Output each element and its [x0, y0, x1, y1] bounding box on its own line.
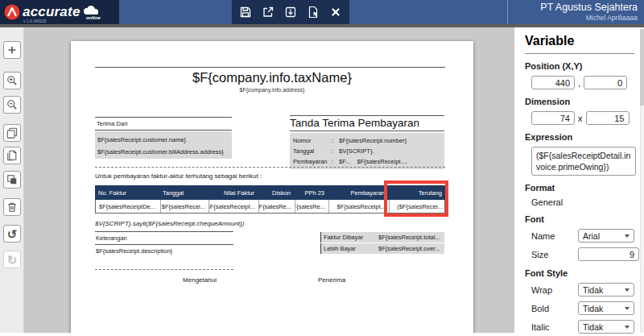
intro-text[interactable]: Untuk pembayaran faktur-aktur terhutang … — [95, 172, 262, 180]
font-name-label: Name — [531, 231, 578, 241]
bold-value: Tidak — [583, 304, 603, 313]
meta-sep: : — [332, 146, 339, 156]
receipt-meta-row[interactable]: Pembayaran : $F... $F{salesReceipt.... — [293, 156, 441, 167]
col-pembayaran[interactable]: Pembayaran — [328, 189, 388, 197]
company-name: PT Agustus Sejahtera — [508, 2, 638, 14]
meta-label: Pembayaran — [293, 156, 332, 167]
user-name: Michel Apriliaaaa — [508, 14, 638, 22]
cell-no-faktur[interactable]: $F{salesReceiptDe... — [96, 203, 160, 210]
properties-panel: Variable Position (X,Y) , Dimension x Ex… — [514, 27, 644, 333]
field-total-paid[interactable]: $F{salesReceipt.total... — [378, 234, 442, 241]
preview-icon — [307, 6, 320, 19]
font-label: Font — [525, 214, 634, 224]
total-row[interactable]: Lebih Bayar $F{salesReceipt.over... — [320, 243, 444, 254]
terima-dari-label: Terima Dari — [95, 117, 232, 131]
col-tanggal[interactable]: Tanggal — [159, 189, 208, 197]
account-info[interactable]: PT Agustus Sejahtera Michel Apriliaaaa — [507, 0, 644, 24]
cell-pph23[interactable]: $F{salesRe... — [295, 200, 328, 213]
expression-input[interactable]: ($F{salesReceiptDetail.invoice.primeOwin… — [531, 147, 636, 176]
field-receipt-date[interactable]: $V{SCRIPT}. — [339, 146, 374, 156]
font-style-label: Font Style — [525, 268, 634, 278]
brand-name: accurate — [23, 4, 80, 20]
bold-label: Bold — [531, 304, 578, 313]
dimension-height-input[interactable] — [586, 111, 630, 125]
italic-select[interactable]: Tidak — [578, 320, 634, 334]
field-payment[interactable]: $F... $F{salesReceipt.... — [339, 156, 407, 167]
delete-button[interactable] — [3, 198, 21, 216]
selection-highlight — [384, 180, 448, 217]
add-button[interactable] — [3, 41, 21, 59]
header-divider — [95, 67, 445, 68]
dimension-separator: x — [578, 114, 583, 123]
terima-dari-fields: $F{salesReceipt.customer.name} $F{salesR… — [95, 131, 232, 159]
redo-button[interactable]: ↻ — [3, 251, 21, 268]
meta-label: Tanggal — [293, 146, 332, 156]
position-label: Position (X,Y) — [525, 61, 634, 71]
sign-label-penerima[interactable]: Penerima — [318, 276, 345, 284]
expression-label: Expression — [525, 132, 634, 142]
sign-label-mengetahui[interactable]: Mengetahui — [147, 276, 252, 284]
cell-pembayaran[interactable]: $F{salesReceipt... — [328, 200, 389, 213]
zoom-out-button[interactable] — [3, 96, 21, 114]
keterangan-label: Keterangan — [95, 231, 233, 245]
layer-order-button[interactable] — [3, 171, 21, 189]
position-y-input[interactable] — [584, 76, 627, 89]
col-nilai-faktur[interactable]: Nilai Faktur — [208, 189, 258, 197]
save-button[interactable] — [237, 3, 254, 21]
font-name-value: Arial — [583, 231, 600, 241]
report-page: $F{company.info.taxName} $F{company.info… — [71, 41, 473, 333]
undo-icon: ↺ — [7, 228, 18, 240]
layer-order-icon — [6, 174, 18, 185]
col-diskon[interactable]: Diskon — [258, 189, 294, 197]
panel-scrollbar-thumb[interactable] — [640, 29, 644, 106]
panel-title: Variable — [525, 34, 634, 54]
field-customer-address[interactable]: $F{salesReceipt.customer.billAddress.add… — [97, 146, 229, 158]
col-pph23[interactable]: PPh 23 — [294, 189, 328, 197]
receipt-meta-row[interactable]: Nomor : $F{salesReceipt.number} — [293, 135, 441, 146]
position-x-input[interactable] — [531, 76, 575, 89]
receipt-meta: Nomor : $F{salesReceipt.number} Tanggal … — [290, 133, 444, 169]
italic-value: Tidak — [583, 322, 603, 332]
total-label: Faktur Dibayar — [324, 234, 378, 241]
close-icon — [330, 6, 341, 18]
receipt-header-block[interactable]: Tanda Terima Pembayaran Nomor : $F{sales… — [290, 115, 444, 169]
field-customer-name[interactable]: $F{salesReceipt.customer.name} — [97, 134, 229, 146]
receipt-title[interactable]: Tanda Terima Pembayaran — [290, 115, 444, 131]
receipt-meta-row[interactable]: Tanggal : $V{SCRIPT}. — [293, 146, 441, 156]
cell-nilai-faktur[interactable]: $F{salesReceipt... — [208, 200, 258, 213]
cell-tanggal[interactable]: $F{salesRecei... — [160, 200, 208, 213]
field-receipt-number[interactable]: $F{salesReceipt.number} — [339, 135, 407, 146]
font-name-select[interactable]: Arial — [578, 229, 634, 243]
export-button[interactable] — [259, 3, 277, 21]
field-description[interactable]: $F{salesReceipt.description} — [95, 247, 233, 255]
close-button[interactable] — [327, 3, 345, 21]
cell-diskon[interactable]: $F{salesRe... — [258, 200, 295, 213]
design-canvas[interactable]: $F{company.info.taxName} $F{company.info… — [24, 27, 514, 333]
paste-button[interactable] — [3, 147, 21, 164]
field-overpay[interactable]: $F{salesReceipt.over... — [378, 245, 442, 252]
wrap-select[interactable]: Tidak — [578, 283, 634, 297]
terima-dari-block[interactable]: Terima Dari $F{salesReceipt.customer.nam… — [95, 117, 232, 159]
dimension-label: Dimension — [525, 97, 634, 106]
field-company-address[interactable]: $F{company.info.address} — [71, 87, 473, 93]
copy-icon — [6, 127, 18, 139]
keterangan-block[interactable]: Keterangan $F{salesReceipt.description} — [95, 231, 233, 255]
col-no-faktur[interactable]: No. Faktur — [95, 189, 159, 197]
format-value: General — [531, 197, 634, 207]
import-button[interactable] — [282, 3, 299, 21]
bold-select[interactable]: Tidak — [578, 301, 634, 315]
total-row[interactable]: Faktur Dibayar $F{salesReceipt.total... — [320, 232, 444, 243]
undo-button[interactable]: ↺ — [3, 225, 21, 243]
zoom-out-icon — [6, 99, 18, 110]
zoom-in-button[interactable] — [3, 72, 21, 89]
dimension-width-input[interactable] — [531, 111, 575, 125]
field-company-taxname[interactable]: $F{company.info.taxName} — [71, 70, 473, 85]
copy-button[interactable] — [3, 124, 21, 142]
top-bar: accurate online v 1.0.343115 — [0, 0, 644, 24]
app-logo[interactable]: accurate online v 1.0.343115 — [0, 0, 119, 24]
dashed-divider — [95, 269, 233, 270]
font-size-input[interactable] — [578, 247, 639, 261]
field-sayit-script[interactable]: $V{SCRIPT}.sayIt($F{salesReceipt.chequeA… — [95, 220, 244, 227]
panel-scrollbar[interactable] — [640, 27, 644, 333]
preview-button[interactable] — [304, 3, 322, 21]
